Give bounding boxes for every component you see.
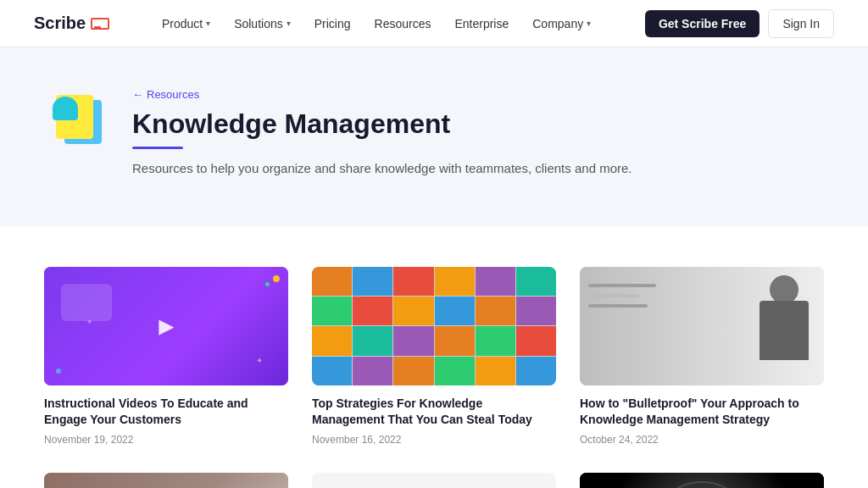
nav-solutions[interactable]: Solutions ▾ [234, 17, 291, 30]
header-actions: Get Scribe Free Sign In [645, 9, 834, 38]
article-thumbnail [580, 267, 824, 385]
article-card[interactable]: What Are Business Process Flows & Why Sh… [580, 473, 824, 488]
logo-icon [91, 18, 108, 30]
main-nav: Product ▾ Solutions ▾ Pricing Resources … [162, 17, 591, 30]
logo[interactable]: Scribe [34, 14, 108, 33]
nav-enterprise[interactable]: Enterprise [454, 17, 509, 30]
title-underline [132, 147, 183, 149]
article-thumbnail: ▶ ✦ ★ [44, 267, 288, 385]
nav-pricing[interactable]: Pricing [314, 17, 351, 30]
article-thumbnail [44, 473, 288, 488]
chevron-down-icon: ▾ [206, 19, 210, 28]
article-card[interactable]: How to "Bulletproof" Your Approach to Kn… [580, 267, 824, 446]
article-title: Top Strategies For Knowledge Management … [312, 396, 556, 429]
article-date: October 24, 2022 [580, 434, 824, 446]
hero-text: ← Resources Knowledge Management Resourc… [132, 88, 632, 179]
article-card[interactable]: Top Strategies For Knowledge Management … [312, 267, 556, 446]
article-title: How to "Bulletproof" Your Approach to Kn… [580, 396, 824, 429]
get-scribe-free-button[interactable]: Get Scribe Free [645, 10, 760, 37]
breadcrumb-arrow: ← [132, 88, 143, 101]
nav-resources[interactable]: Resources [375, 17, 431, 30]
article-title: Instructional Videos To Educate and Enga… [44, 396, 288, 429]
breadcrumb-label[interactable]: Resources [147, 88, 199, 101]
hero-subtitle: Resources to help you organize and share… [132, 159, 632, 179]
hero-section: ← Resources Knowledge Management Resourc… [0, 47, 868, 226]
chevron-down-icon: ▾ [587, 19, 591, 28]
sign-in-button[interactable]: Sign In [768, 9, 834, 38]
articles-grid: ▶ ✦ ★ Instructional Videos To Educate an… [44, 267, 824, 488]
hero-icon [53, 95, 112, 154]
article-date: November 16, 2022 [312, 434, 556, 446]
nav-company[interactable]: Company ▾ [532, 17, 591, 30]
breadcrumb: ← Resources [132, 88, 632, 101]
chevron-down-icon: ▾ [287, 19, 291, 28]
main-content: ▶ ✦ ★ Instructional Videos To Educate an… [27, 226, 841, 488]
nav-product[interactable]: Product ▾ [162, 17, 210, 30]
page-title: Knowledge Management [132, 108, 632, 140]
article-card[interactable]: 4 Knowledge Management Trends Boosting R… [44, 473, 288, 488]
article-thumbnail [580, 473, 824, 488]
article-thumbnail: → [312, 473, 556, 488]
article-card[interactable]: → Internal Process Improvement: An Ultim… [312, 473, 556, 488]
article-date: November 19, 2022 [44, 434, 288, 446]
article-thumbnail [312, 267, 556, 385]
article-card[interactable]: ▶ ✦ ★ Instructional Videos To Educate an… [44, 267, 288, 446]
site-header: Scribe Product ▾ Solutions ▾ Pricing Res… [0, 0, 868, 47]
